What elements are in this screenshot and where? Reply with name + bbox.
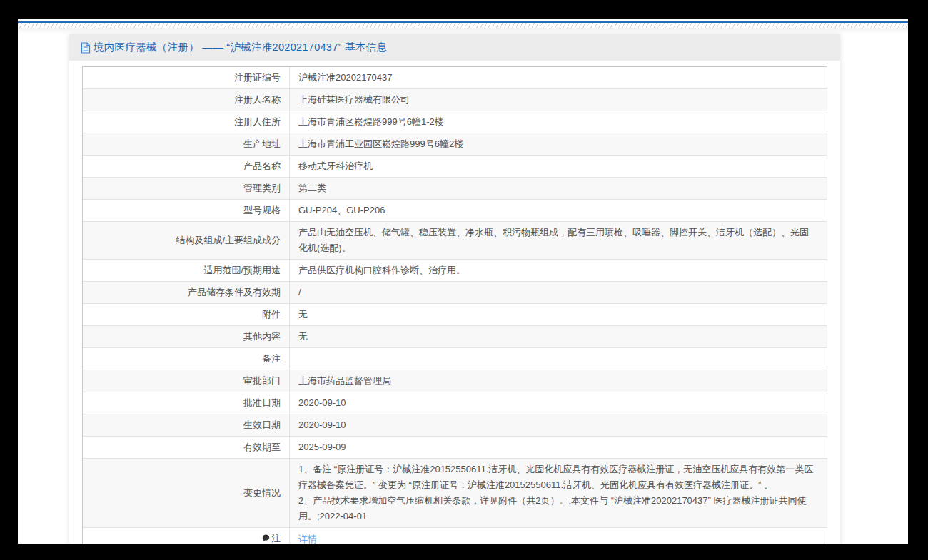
row-value: 无 bbox=[289, 304, 827, 325]
table-row: 批准日期2020-09-10 bbox=[83, 392, 827, 414]
screen-frame: 境内医疗器械（注册） —— “沪械注准20202170437” 基本信息 注册证… bbox=[0, 0, 928, 560]
row-label: 其他内容 bbox=[83, 326, 289, 347]
row-label: 注册证编号 bbox=[83, 67, 289, 88]
row-label: 注 bbox=[83, 528, 289, 544]
row-value: / bbox=[289, 282, 827, 303]
table-row: 管理类别第二类 bbox=[83, 178, 827, 200]
row-value: 2020-09-10 bbox=[289, 392, 827, 414]
row-value: 第二类 bbox=[289, 178, 827, 199]
row-label: 生效日期 bbox=[83, 414, 289, 436]
row-value bbox=[289, 348, 827, 370]
row-label: 管理类别 bbox=[83, 178, 289, 199]
info-table: 注册证编号沪械注准20202170437注册人名称上海硅莱医疗器械有限公司注册人… bbox=[82, 66, 827, 544]
row-label: 产品名称 bbox=[83, 156, 289, 177]
fade-strip bbox=[18, 28, 908, 34]
document-icon bbox=[81, 42, 91, 54]
row-value: 上海市青浦工业园区崧煌路999号6幢2楼 bbox=[289, 133, 827, 155]
table-row: 产品储存条件及有效期/ bbox=[83, 282, 827, 304]
row-label: 变更情况 bbox=[83, 482, 289, 504]
row-label: 附件 bbox=[83, 304, 289, 325]
table-row: 附件无 bbox=[83, 304, 827, 326]
row-label: 产品储存条件及有效期 bbox=[83, 282, 289, 303]
table-row: 生效日期2020-09-10 bbox=[83, 414, 827, 437]
table-row: 审批部门上海市药品监督管理局 bbox=[83, 370, 827, 392]
table-row: 适用范围/预期用途产品供医疗机构口腔科作诊断、治疗用。 bbox=[83, 260, 827, 282]
row-label: 审批部门 bbox=[83, 370, 289, 392]
table-row: 注册人名称上海硅莱医疗器械有限公司 bbox=[83, 89, 827, 111]
row-label: 结构及组成/主要组成成分 bbox=[83, 230, 289, 251]
table-row: 结构及组成/主要组成成分产品由无油空压机、储气罐、稳压装置、净水瓶、积污物瓶组成… bbox=[83, 222, 827, 260]
row-value: 2020-09-10 bbox=[289, 414, 827, 436]
row-value: 上海市药品监督管理局 bbox=[289, 370, 827, 392]
row-value: 产品供医疗机构口腔科作诊断、治疗用。 bbox=[289, 260, 827, 281]
table-row: 产品名称移动式牙科治疗机 bbox=[83, 156, 827, 178]
row-value: 无 bbox=[289, 326, 827, 347]
balloon-icon bbox=[262, 532, 270, 544]
info-card: 境内医疗器械（注册） —— “沪械注准20202170437” 基本信息 注册证… bbox=[69, 34, 840, 544]
table-row: 备注 bbox=[83, 348, 827, 370]
row-label: 型号规格 bbox=[83, 200, 289, 221]
table-row: 注册证编号沪械注准20202170437 bbox=[83, 67, 827, 89]
hatch-strip bbox=[18, 23, 908, 28]
change-record-paragraph: 1、备注 “原注册证号：沪械注准20152550611.洁牙机、光固化机应具有有… bbox=[298, 462, 817, 493]
row-value: 沪械注准20202170437 bbox=[289, 67, 827, 88]
row-label: 备注 bbox=[83, 348, 289, 370]
card-header: 境内医疗器械（注册） —— “沪械注准20202170437” 基本信息 bbox=[69, 34, 840, 61]
table-row: 注详情 bbox=[83, 528, 827, 544]
row-label: 适用范围/预期用途 bbox=[83, 260, 289, 281]
page-title: 境内医疗器械（注册） —— “沪械注准20202170437” 基本信息 bbox=[94, 41, 387, 54]
table-row: 型号规格GU-P204、GU-P206 bbox=[83, 200, 827, 222]
table-row: 变更情况1、备注 “原注册证号：沪械注准20152550611.洁牙机、光固化机… bbox=[83, 459, 827, 528]
row-label: 批准日期 bbox=[83, 392, 289, 414]
table-row: 生产地址上海市青浦工业园区崧煌路999号6幢2楼 bbox=[83, 133, 827, 156]
row-value: 2025-09-09 bbox=[289, 437, 827, 458]
row-value: 上海硅莱医疗器械有限公司 bbox=[289, 89, 827, 111]
row-value: 产品由无油空压机、储气罐、稳压装置、净水瓶、积污物瓶组成，配有三用喷枪、吸唾器、… bbox=[289, 222, 827, 259]
row-label: 注册人名称 bbox=[83, 89, 289, 111]
row-label: 生产地址 bbox=[83, 133, 289, 155]
page: 境内医疗器械（注册） —— “沪械注准20202170437” 基本信息 注册证… bbox=[18, 19, 908, 544]
row-value: GU-P204、GU-P206 bbox=[289, 200, 827, 221]
table-row: 其他内容无 bbox=[83, 326, 827, 348]
change-record-paragraph: 2、产品技术要求增加空气压缩机相关条款，详见附件（共2页）。;本文件与 “沪械注… bbox=[298, 493, 817, 524]
row-label: 有效期至 bbox=[83, 437, 289, 458]
row-value: 上海市青浦区崧煌路999号6幢1-2楼 bbox=[289, 111, 827, 133]
row-value: 1、备注 “原注册证号：沪械注准20152550611.洁牙机、光固化机应具有有… bbox=[289, 459, 827, 527]
table-row: 注册人住所上海市青浦区崧煌路999号6幢1-2楼 bbox=[83, 111, 827, 133]
row-value: 移动式牙科治疗机 bbox=[289, 156, 827, 177]
row-label: 注册人住所 bbox=[83, 111, 289, 133]
table-row: 有效期至2025-09-09 bbox=[83, 437, 827, 459]
row-value: 详情 bbox=[289, 528, 827, 544]
detail-link[interactable]: 详情 bbox=[298, 531, 317, 544]
